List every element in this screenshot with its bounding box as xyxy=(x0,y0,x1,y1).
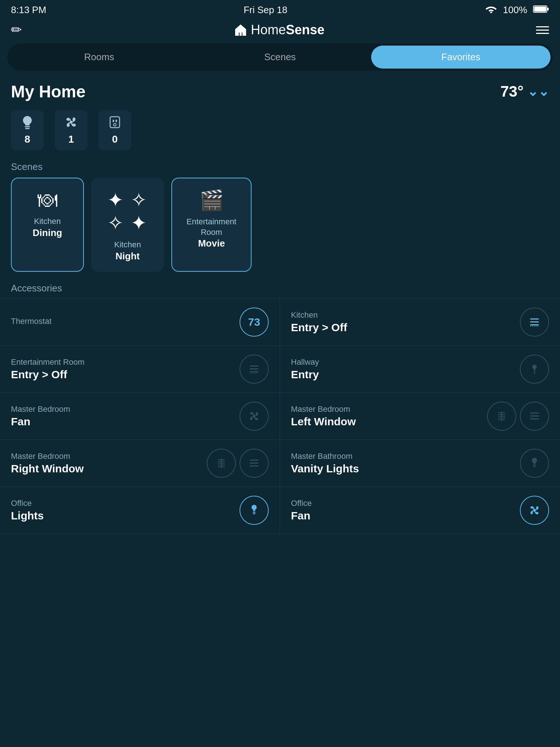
svg-rect-13 xyxy=(530,321,539,322)
accessory-thermostat[interactable]: Thermostat 73 xyxy=(0,299,280,346)
accessory-kitchen-entry[interactable]: Kitchen Entry > Off xyxy=(280,299,560,346)
accessory-office-lights[interactable]: Office Lights xyxy=(0,487,280,534)
kitchen-entry-name: Entry > Off xyxy=(291,321,347,334)
master-left-window-name: Left Window xyxy=(291,415,356,428)
svg-rect-30 xyxy=(530,415,539,417)
svg-rect-38 xyxy=(250,460,258,461)
svg-rect-39 xyxy=(250,462,258,464)
office-lights-text: Office Lights xyxy=(11,499,44,522)
svg-rect-42 xyxy=(533,466,536,467)
master-left-window-blind-icon xyxy=(487,402,516,431)
accessory-master-right-window[interactable]: Master Bedroom Right Window xyxy=(0,440,280,487)
stat-outlets[interactable]: 0 xyxy=(98,110,131,150)
accessory-master-fan[interactable]: Master Bedroom Fan xyxy=(0,393,280,440)
thermostat-text: Thermostat xyxy=(11,317,51,328)
outlets-count: 0 xyxy=(112,133,118,145)
entertainment-movie-icon: 🎬 xyxy=(199,189,224,212)
office-fan-name: Fan xyxy=(291,510,312,522)
status-date: Fri Sep 18 xyxy=(244,4,287,16)
fans-icon xyxy=(64,115,78,132)
master-fan-text: Master Bedroom Fan xyxy=(11,405,70,428)
accessory-master-left-window[interactable]: Master Bedroom Left Window xyxy=(280,393,560,440)
hallway-entry-room: Hallway xyxy=(291,357,319,367)
status-bar: 8:13 PM Fri Sep 18 100% xyxy=(0,0,560,19)
svg-point-11 xyxy=(114,124,116,126)
stat-fans[interactable]: 1 xyxy=(55,110,88,150)
svg-point-22 xyxy=(253,415,256,418)
logo-sense: Sense xyxy=(286,22,324,37)
scene-kitchen-night-text: Kitchen Night xyxy=(114,240,141,262)
svg-rect-44 xyxy=(253,513,256,514)
master-right-window-list-icon xyxy=(240,449,269,478)
svg-rect-5 xyxy=(25,126,30,127)
status-time: 8:13 PM xyxy=(11,4,46,16)
master-fan-name: Fan xyxy=(11,415,70,428)
accessory-office-fan[interactable]: Office Fan xyxy=(280,487,560,534)
master-left-window-room: Master Bedroom xyxy=(291,405,356,414)
edit-button[interactable]: ✏ xyxy=(11,22,22,38)
svg-rect-28 xyxy=(501,411,502,421)
thermostat-icon: 73 xyxy=(240,307,269,337)
scene-kitchen-dining[interactable]: 🍽 Kitchen Dining xyxy=(11,178,84,272)
accessory-master-bath-vanity[interactable]: Master Bathroom Vanity Lights xyxy=(280,440,560,487)
outlets-icon xyxy=(108,115,122,132)
office-fan-room: Office xyxy=(291,499,312,508)
office-fan-text: Office Fan xyxy=(291,499,312,522)
svg-rect-43 xyxy=(253,512,256,513)
master-right-window-room: Master Bedroom xyxy=(11,452,84,461)
svg-rect-21 xyxy=(534,373,536,374)
svg-rect-18 xyxy=(250,371,258,372)
master-right-window-name: Right Window xyxy=(11,462,84,475)
lights-icon xyxy=(21,115,34,132)
master-left-window-text: Master Bedroom Left Window xyxy=(291,405,356,428)
master-fan-room: Master Bedroom xyxy=(11,405,70,414)
entertainment-entry-room: Entertainment Room xyxy=(11,357,85,367)
accessory-hallway-entry[interactable]: Hallway Entry xyxy=(280,346,560,393)
temperature-area[interactable]: 73° ⌄⌄ xyxy=(500,83,549,100)
master-bath-vanity-icon xyxy=(520,449,549,478)
svg-rect-9 xyxy=(113,120,114,122)
svg-rect-14 xyxy=(530,324,539,325)
header: ✏ HomeSense xyxy=(0,19,560,43)
scene-entertainment-movie[interactable]: 🎬 Entertainment Room Movie xyxy=(171,178,252,272)
tab-scenes[interactable]: Scenes xyxy=(190,46,370,69)
app-logo: HomeSense xyxy=(233,22,324,38)
svg-rect-3 xyxy=(547,8,549,11)
master-bath-vanity-text: Master Bathroom Vanity Lights xyxy=(291,452,359,475)
scene-kitchen-dining-text: Kitchen Dining xyxy=(33,216,62,239)
hallway-entry-name: Entry xyxy=(291,368,319,381)
office-lights-name: Lights xyxy=(11,510,44,522)
kitchen-entry-icons xyxy=(520,307,549,337)
tab-rooms[interactable]: Rooms xyxy=(9,46,189,69)
master-bath-vanity-room: Master Bathroom xyxy=(291,452,359,461)
tab-favorites[interactable]: Favorites xyxy=(371,46,551,69)
master-left-window-icons xyxy=(487,402,549,431)
office-fan-icon xyxy=(520,496,549,525)
stat-lights[interactable]: 8 xyxy=(11,110,44,150)
kitchen-entry-room: Kitchen xyxy=(291,310,347,320)
svg-rect-10 xyxy=(116,120,117,122)
battery-label: 100% xyxy=(503,4,528,16)
scene-kitchen-night[interactable]: ✦ ✧✧ ✦ Kitchen Night xyxy=(91,178,164,272)
kitchen-dining-icon: 🍽 xyxy=(38,189,57,211)
svg-rect-29 xyxy=(530,413,539,414)
battery-icon xyxy=(533,4,549,16)
accessory-entertainment-entry[interactable]: Entertainment Room Entry > Off xyxy=(0,346,280,393)
menu-line-1 xyxy=(536,26,549,27)
accessories-grid: Thermostat 73 Kitchen Entry > Off Entert… xyxy=(0,298,560,534)
temperature-value: 73° xyxy=(500,83,524,100)
hallway-entry-icon xyxy=(520,355,549,384)
menu-button[interactable] xyxy=(536,26,549,34)
svg-point-7 xyxy=(70,121,73,124)
my-home-title: My Home xyxy=(11,82,85,101)
logo-home: Home xyxy=(251,22,286,37)
svg-rect-17 xyxy=(250,368,258,369)
kitchen-night-icon: ✦ ✧✧ ✦ xyxy=(107,189,148,235)
chevron-down-icon: ⌄⌄ xyxy=(527,84,549,99)
master-bath-vanity-name: Vanity Lights xyxy=(291,462,359,475)
svg-rect-6 xyxy=(25,128,30,129)
entertainment-entry-name: Entry > Off xyxy=(11,368,85,381)
svg-rect-4 xyxy=(240,32,242,36)
entertainment-entry-text: Entertainment Room Entry > Off xyxy=(11,357,85,381)
svg-point-0 xyxy=(490,12,492,13)
